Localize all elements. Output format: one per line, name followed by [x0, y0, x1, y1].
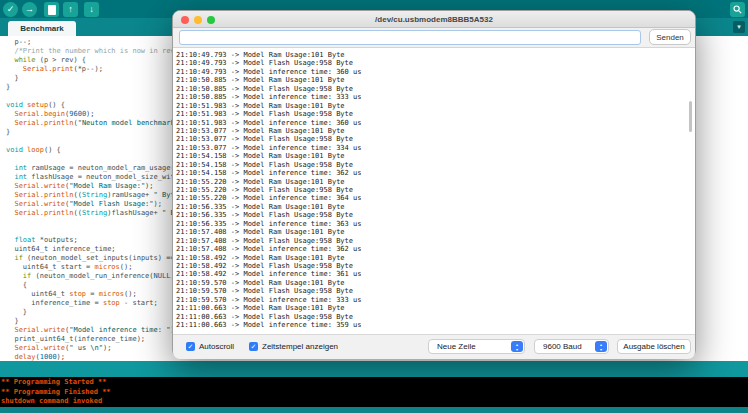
chevron-down-icon: ▾: [737, 23, 741, 31]
send-button[interactable]: Senden: [649, 29, 691, 45]
upload-icon[interactable]: →: [22, 2, 37, 17]
log-line: 21:10:56.335 -> Model Ram Usage:101 Byte: [176, 203, 695, 211]
log-line: 21:10:56.335 -> Model inference time: 36…: [176, 220, 695, 228]
baud-rate-select[interactable]: 9600 Baud ▴▾: [534, 339, 609, 354]
serial-send-input[interactable]: [179, 30, 641, 45]
log-line: 21:10:49.793 -> Model inference time: 36…: [176, 68, 695, 76]
timestamp-checkbox[interactable]: ✓: [249, 342, 258, 351]
log-line: 21:10:53.077 -> Model Flash Usage:958 By…: [176, 135, 695, 143]
log-line: 21:10:58.492 -> Model Flash Usage:958 By…: [176, 262, 695, 270]
stepper-icon: ▴▾: [595, 341, 607, 352]
log-line: 21:10:53.077 -> Model Ram Usage:101 Byte: [176, 127, 695, 135]
log-line: 21:10:57.408 -> Model inference time: 36…: [176, 245, 695, 253]
serial-monitor-icon[interactable]: [730, 2, 745, 17]
clear-output-button[interactable]: Ausgabe löschen: [617, 339, 691, 354]
window-titlebar[interactable]: /dev/cu.usbmodem8BBB5A532: [173, 11, 695, 28]
log-line: 21:10:50.885 -> Model inference time: 33…: [176, 93, 695, 101]
autoscroll-label: Autoscroll: [199, 342, 234, 351]
log-line: 21:11:00.663 -> Model Ram Usage:101 Byte: [176, 304, 695, 312]
log-line: 21:10:58.492 -> Model inference time: 36…: [176, 270, 695, 278]
line-ending-value: Neue Zeile: [437, 340, 476, 353]
log-line: 21:10:57.408 -> Model Flash Usage:958 By…: [176, 237, 695, 245]
new-sketch-icon[interactable]: [44, 2, 59, 17]
send-button-label: Senden: [656, 33, 684, 42]
serial-monitor-toolbar: ✓ Autoscroll ✓ Zeitstempel anzeigen Neue…: [173, 334, 695, 359]
ide-bottom-strip: [0, 407, 748, 413]
serial-monitor-window: /dev/cu.usbmodem8BBB5A532 Senden 21:10:4…: [172, 10, 696, 358]
save-sketch-icon[interactable]: ↓: [84, 2, 99, 17]
timestamp-label: Zeitstempel anzeigen: [262, 342, 338, 351]
console-line: ** Programming Finished **: [1, 388, 748, 398]
tab-benchmark[interactable]: Benchmark: [8, 21, 76, 36]
log-line: 21:10:57.408 -> Model Ram Usage:101 Byte: [176, 228, 695, 236]
log-line: 21:10:51.983 -> Model Ram Usage:101 Byte: [176, 102, 695, 110]
log-line: 21:11:00.663 -> Model inference time: 35…: [176, 321, 695, 329]
log-line: 21:10:59.570 -> Model Ram Usage:101 Byte: [176, 279, 695, 287]
log-line: 21:11:00.663 -> Model Flash Usage:958 By…: [176, 313, 695, 321]
magnifier-glyph: [733, 5, 742, 14]
document-glyph: [48, 5, 56, 15]
tab-label: Benchmark: [20, 24, 64, 33]
log-line: 21:10:49.793 -> Model Flash Usage:958 By…: [176, 59, 695, 67]
log-line: 21:10:55.220 -> Model Flash Usage:958 By…: [176, 186, 695, 194]
check-glyph: ✓: [7, 5, 15, 14]
log-line: 21:10:51.983 -> Model Flash Usage:958 By…: [176, 110, 695, 118]
autoscroll-checkbox[interactable]: ✓: [186, 342, 195, 351]
serial-input-row: Senden: [173, 28, 695, 47]
console-line: ** Programming Started **: [1, 378, 748, 388]
open-sketch-icon[interactable]: ↑: [63, 2, 78, 17]
serial-log[interactable]: 21:10:49.793 -> Model Ram Usage:101 Byte…: [173, 47, 695, 334]
log-line: 21:10:58.492 -> Model Ram Usage:101 Byte: [176, 254, 695, 262]
log-line: 21:10:50.885 -> Model Ram Usage:101 Byte: [176, 76, 695, 84]
line-ending-select[interactable]: Neue Zeile ▴▾: [428, 339, 525, 354]
log-line: 21:10:54.158 -> Model inference time: 36…: [176, 169, 695, 177]
log-line: 21:10:55.220 -> Model Ram Usage:101 Byte: [176, 178, 695, 186]
log-line: 21:10:55.220 -> Model inference time: 36…: [176, 194, 695, 202]
log-line: 21:10:53.077 -> Model inference time: 33…: [176, 144, 695, 152]
console-line: shutdown command invoked: [1, 397, 748, 407]
arrow-up-glyph: ↑: [68, 5, 73, 14]
log-line: 21:10:51.983 -> Model inference time: 36…: [176, 119, 695, 127]
ide-console: ** Programming Started **** Programming …: [0, 377, 748, 407]
verify-icon[interactable]: ✓: [3, 2, 18, 17]
screen: ✓ → ↑ ↓ Benchmark ▾ p--; /*Print the num…: [0, 0, 748, 413]
stepper-icon: ▴▾: [511, 341, 523, 352]
clear-output-label: Ausgabe löschen: [623, 342, 684, 351]
baud-rate-value: 9600 Baud: [543, 340, 582, 353]
log-line: 21:10:54.158 -> Model Flash Usage:958 By…: [176, 161, 695, 169]
log-scrollbar[interactable]: [689, 101, 692, 132]
log-line: 21:10:49.793 -> Model Ram Usage:101 Byte: [176, 51, 695, 59]
arrow-down-glyph: ↓: [89, 5, 94, 14]
log-line: 21:10:54.158 -> Model Ram Usage:101 Byte: [176, 152, 695, 160]
log-line: 21:10:59.570 -> Model Flash Usage:958 By…: [176, 287, 695, 295]
window-title: /dev/cu.usbmodem8BBB5A532: [173, 11, 695, 28]
check-glyph: ✓: [188, 343, 194, 350]
tab-list-dropdown[interactable]: ▾: [733, 21, 745, 33]
log-line: 21:10:50.885 -> Model Flash Usage:958 By…: [176, 85, 695, 93]
arrow-right-glyph: →: [25, 5, 34, 14]
ide-status-bar: [0, 361, 748, 377]
check-glyph: ✓: [251, 343, 257, 350]
log-line: 21:10:56.335 -> Model Flash Usage:958 By…: [176, 211, 695, 219]
log-line: 21:10:59.570 -> Model inference time: 33…: [176, 296, 695, 304]
